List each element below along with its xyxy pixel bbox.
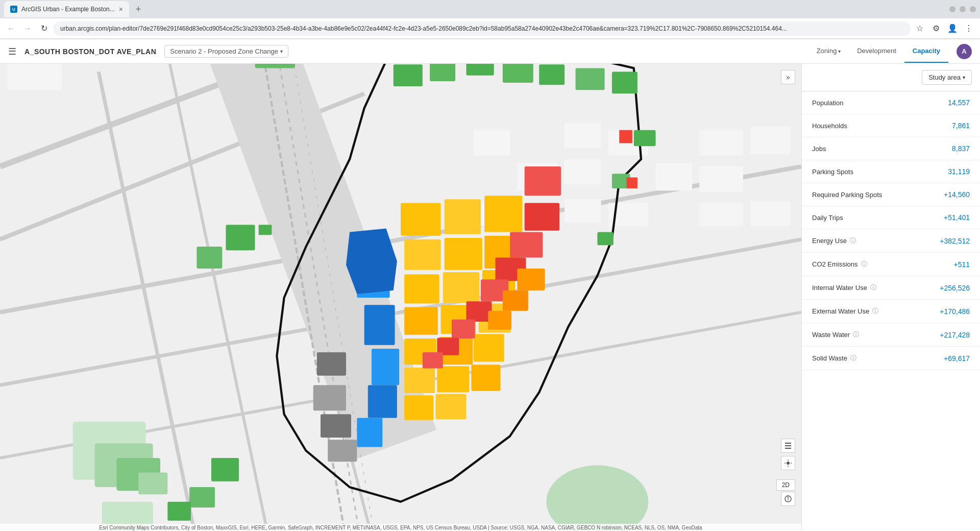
metric-info-icon-internal-water[interactable]: ⓘ: [870, 283, 876, 292]
svg-rect-40: [565, 199, 601, 223]
close-button[interactable]: [970, 6, 976, 12]
metric-info-icon-solid-waste[interactable]: ⓘ: [850, 354, 856, 363]
compass-button[interactable]: [781, 492, 795, 506]
metric-row-internal-water: Internal Water Useⓘ+256,526: [802, 276, 980, 300]
metric-label-text-solid-waste: Solid Waste: [812, 354, 847, 362]
profile-button[interactable]: 👤: [945, 21, 960, 36]
metric-label-text-parking-spots: Parking Spots: [812, 168, 853, 176]
scenario-label: Scenario 2 - Proposed Zone Change: [170, 47, 278, 55]
metrics-list: Population14,557Households7,861Jobs8,837…: [802, 91, 980, 370]
active-tab[interactable]: U ArcGIS Urban - Example Boston... ×: [4, 1, 129, 17]
tab-favicon: U: [10, 6, 17, 13]
metric-value-waste-water: +217,428: [940, 331, 970, 339]
more-options-button[interactable]: ⋮: [962, 21, 976, 36]
metric-info-icon-energy-use[interactable]: ⓘ: [850, 236, 856, 245]
svg-rect-91: [619, 130, 632, 143]
menu-button[interactable]: ☰: [8, 46, 16, 57]
svg-rect-64: [484, 196, 522, 232]
svg-rect-95: [488, 311, 511, 330]
svg-rect-114: [785, 443, 791, 444]
study-area-caret-icon: ▾: [963, 75, 965, 80]
map-controls-right: »: [781, 70, 795, 84]
svg-rect-49: [503, 64, 533, 83]
svg-rect-58: [372, 349, 399, 385]
nav-item-zoning[interactable]: Zoning ▾: [808, 40, 849, 63]
map-container[interactable]: »: [0, 64, 801, 531]
metric-label-parking-spots: Parking Spots: [812, 168, 853, 176]
2d-button[interactable]: 2D: [776, 479, 795, 491]
svg-rect-47: [430, 64, 455, 81]
back-button[interactable]: ←: [4, 21, 18, 36]
refresh-button[interactable]: ↻: [37, 21, 51, 36]
svg-rect-104: [138, 473, 167, 495]
svg-rect-42: [656, 202, 692, 227]
svg-rect-31: [750, 127, 791, 154]
svg-rect-115: [785, 445, 791, 446]
metric-value-external-water: +170,486: [940, 307, 970, 316]
svg-rect-44: [750, 202, 791, 227]
metric-row-waste-water: Waste Waterⓘ+217,428: [802, 323, 980, 347]
metric-info-icon-waste-water[interactable]: ⓘ: [853, 330, 859, 339]
svg-rect-30: [699, 130, 743, 156]
study-area-button[interactable]: Study area ▾: [922, 70, 972, 85]
main-content: »: [0, 64, 980, 531]
svg-rect-107: [259, 225, 272, 235]
metric-value-households: 7,861: [952, 122, 970, 130]
svg-rect-65: [404, 239, 440, 270]
sun-button[interactable]: [781, 456, 795, 470]
nav-item-development[interactable]: Development: [849, 40, 904, 63]
svg-rect-109: [226, 225, 255, 250]
metric-label-text-population: Population: [812, 99, 843, 107]
metric-label-text-co2-emissions: CO2 Emissions: [812, 260, 858, 268]
svg-rect-78: [437, 366, 469, 392]
svg-rect-62: [401, 203, 441, 235]
bookmark-button[interactable]: ☆: [913, 21, 927, 36]
metric-label-households: Households: [812, 122, 847, 130]
app-title: A_SOUTH BOSTON_DOT AVE_PLAN: [24, 47, 156, 56]
svg-rect-92: [626, 178, 637, 188]
panel-header: Study area ▾: [802, 64, 980, 91]
scenario-dropdown[interactable]: Scenario 2 - Proposed Zone Change ▾: [164, 45, 288, 58]
svg-rect-94: [503, 291, 528, 311]
svg-rect-99: [317, 352, 346, 376]
svg-rect-51: [576, 68, 605, 90]
svg-rect-96: [313, 385, 346, 411]
map-svg: [0, 64, 801, 531]
svg-rect-46: [394, 64, 423, 86]
svg-rect-34: [565, 159, 601, 185]
tab-close-button[interactable]: ×: [119, 5, 123, 13]
maximize-button[interactable]: [960, 6, 966, 12]
svg-rect-63: [445, 199, 481, 234]
svg-rect-84: [510, 232, 543, 258]
svg-rect-53: [634, 130, 656, 146]
metric-row-co2-emissions: CO2 Emissionsⓘ+511: [802, 253, 980, 276]
metric-info-icon-external-water[interactable]: ⓘ: [872, 307, 878, 316]
extensions-button[interactable]: ⚙: [929, 21, 943, 36]
map-attribution: Esri Community Maps Contributors, City o…: [0, 524, 801, 531]
svg-rect-69: [443, 272, 479, 303]
panel-collapse-button[interactable]: »: [781, 70, 795, 84]
metric-label-text-daily-trips: Daily Trips: [812, 214, 843, 222]
metric-value-internal-water: +256,526: [940, 284, 970, 292]
address-bar[interactable]: urban.arcgis.com/plan-editor/7de2769e291…: [53, 21, 911, 36]
new-tab-button[interactable]: +: [131, 2, 145, 16]
svg-rect-71: [404, 307, 438, 335]
layers-button[interactable]: [781, 439, 795, 453]
svg-rect-52: [612, 72, 638, 94]
svg-rect-57: [364, 305, 395, 345]
nav-item-capacity[interactable]: Capacity: [904, 40, 948, 63]
metric-label-co2-emissions: CO2 Emissionsⓘ: [812, 260, 867, 269]
metric-label-text-internal-water: Internal Water Use: [812, 284, 867, 292]
scenario-caret-icon: ▾: [280, 49, 283, 54]
metric-row-parking-spots: Parking Spots31,119: [802, 160, 980, 183]
minimize-button[interactable]: [949, 6, 955, 12]
metric-row-solid-waste: Solid Wasteⓘ+69,617: [802, 347, 980, 370]
svg-marker-123: [788, 496, 789, 499]
metric-info-icon-co2-emissions[interactable]: ⓘ: [861, 260, 867, 269]
study-area-label: Study area: [928, 74, 961, 81]
forward-button[interactable]: →: [20, 21, 35, 36]
svg-rect-80: [404, 395, 433, 420]
svg-rect-37: [699, 166, 743, 192]
metric-label-text-required-parking: Required Parking Spots: [812, 191, 882, 199]
user-avatar[interactable]: A: [957, 44, 972, 59]
